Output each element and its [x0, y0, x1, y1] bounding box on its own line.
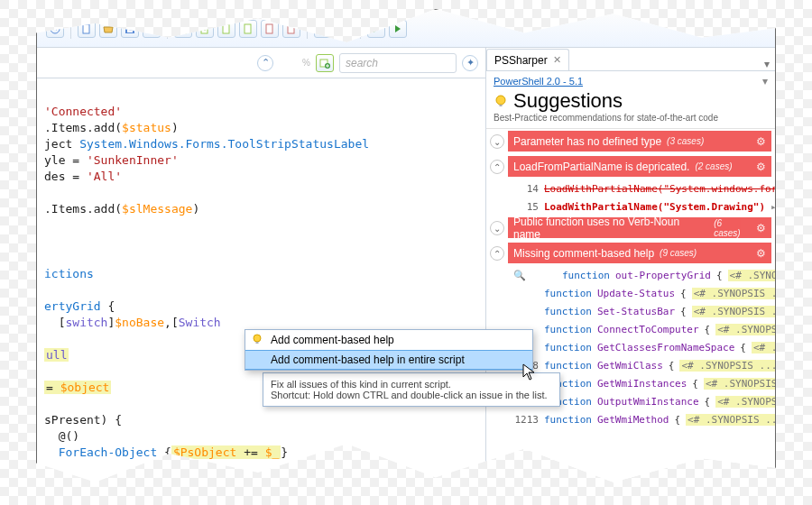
issue-funcname: GetClassesFromNameSpace: [597, 342, 734, 354]
toolbar-doc2-icon[interactable]: [196, 20, 214, 38]
lightbulb-icon: [251, 333, 263, 345]
group-header[interactable]: Missing comment-based help (9 cases) ⚙: [508, 243, 771, 264]
gear-icon[interactable]: ⚙: [756, 161, 766, 173]
svg-rect-9: [245, 24, 251, 33]
toolbar-doc8-icon[interactable]: [336, 20, 354, 38]
svg-rect-5: [146, 23, 153, 31]
group-header[interactable]: Parameter has no defined type (3 cases) …: [508, 131, 771, 152]
issue-row[interactable]: function Set-StatusBar{<# .SYNOPSIS ... …: [486, 302, 775, 320]
suggestions-title: Suggestions: [513, 89, 623, 113]
tab-label: PSSharper: [494, 54, 548, 67]
svg-point-0: [51, 24, 60, 33]
tab-pssharper[interactable]: PSSharper ✕: [486, 49, 569, 70]
svg-rect-19: [500, 105, 503, 106]
search-input[interactable]: search: [339, 53, 457, 73]
toolbar-run-icon[interactable]: [367, 20, 385, 38]
group-title: Missing comment-based help: [513, 247, 654, 260]
toolbar-recent-icon[interactable]: [46, 20, 64, 38]
chevron-down-icon[interactable]: ▾: [762, 75, 768, 87]
issue-funcname: GetWmiInstances: [597, 378, 687, 390]
pssharper-panel: PSSharper ✕ ▾ PowerShell 2.0 - 5.1 ▾ Sug…: [486, 48, 775, 486]
toolbar-play-icon[interactable]: [389, 20, 407, 38]
ps-version-link[interactable]: PowerShell 2.0 - 5.1: [494, 76, 583, 87]
panel-subhead: PowerShell 2.0 - 5.1 ▾: [486, 71, 775, 89]
toolbar-doc7-icon[interactable]: [314, 20, 332, 38]
issue-synopsis: <# .SYNOPSIS ... #>: [692, 306, 775, 317]
issue-funcname: out-PropertyGrid: [615, 270, 711, 281]
group-header[interactable]: Public function uses no Verb-Noun name (…: [508, 217, 771, 239]
close-icon[interactable]: ✕: [553, 54, 561, 66]
context-tooltip: Fix all issues of this kind in current s…: [263, 372, 560, 407]
group-title: Public function uses no Verb-Noun name: [513, 216, 708, 241]
svg-point-16: [254, 335, 261, 342]
expand-icon[interactable]: ✦: [462, 55, 478, 71]
issue-synopsis: <# .SYNOPSIS ... #>: [715, 324, 775, 335]
panel-tabbar: PSSharper ✕ ▾: [486, 48, 775, 71]
group-row: ⌃ Missing comment-based help (9 cases) ⚙: [486, 241, 775, 266]
chevron-down-icon[interactable]: ⌄: [490, 134, 504, 149]
svg-rect-7: [201, 24, 208, 33]
issue-row[interactable]: 14 LoadWithPartialName("System.windows.f…: [486, 179, 775, 197]
pin-icon[interactable]: ▾: [759, 58, 775, 70]
issue-lineno: 14: [513, 183, 539, 195]
chevron-up-icon[interactable]: ⌃: [490, 246, 504, 261]
editor-toolbar: ⌃ % search ✦: [37, 48, 485, 78]
ctx-add-help-entire[interactable]: Add comment-based help in entire script: [245, 350, 532, 370]
toolbar-open-icon[interactable]: [99, 20, 117, 38]
chevron-up-icon[interactable]: ⌃: [257, 55, 273, 71]
toolbar-save-icon[interactable]: [121, 20, 139, 38]
svg-rect-11: [288, 24, 294, 33]
issue-row[interactable]: 1213function GetWmiMethod{<# .SYNOPSIS .…: [486, 410, 775, 428]
issue-text: LoadWithPartialName("System.Drawing"): [544, 201, 765, 213]
issue-synopsis: <# .SYNOPSIS ... #>: [728, 270, 775, 281]
issue-row[interactable]: 15 LoadWithPartialName("System.Drawing")…: [486, 197, 775, 216]
gear-icon[interactable]: ⚙: [756, 135, 766, 148]
toolbar-doc4-icon[interactable]: [239, 20, 257, 38]
group-count: (9 cases): [660, 248, 697, 258]
lightbulb-icon: [494, 94, 508, 108]
issue-synopsis: <# .SYNOPSIS ... #>: [686, 414, 775, 426]
gear-icon[interactable]: ⚙: [756, 247, 766, 260]
ctx-add-help[interactable]: Add comment-based help: [245, 330, 532, 350]
issue-funcname: GetWmiClass: [597, 360, 663, 372]
gear-icon[interactable]: ⚙: [756, 222, 766, 234]
toolbar-saveall-icon[interactable]: [143, 20, 161, 38]
svg-point-18: [496, 96, 505, 105]
ctx-item-label: Add comment-based help: [271, 334, 394, 346]
issue-keyword: function: [544, 306, 592, 317]
svg-rect-6: [180, 24, 186, 33]
group-row: ⌃ LoadFromPartialName is depricated. (2 …: [486, 154, 775, 179]
issue-funcname: Set-StatusBar: [597, 306, 675, 317]
issue-keyword: function: [544, 414, 592, 426]
chevron-up-icon[interactable]: ⌃: [490, 160, 504, 174]
svg-rect-12: [319, 24, 326, 33]
issue-keyword: function: [562, 270, 610, 281]
issue-synopsis: <# .SYNOPSIS ... #>: [704, 378, 775, 390]
percent-icon: %: [302, 58, 310, 68]
toolbar-doc6-icon[interactable]: [282, 20, 300, 38]
magnifier-icon: 🔍: [513, 270, 526, 281]
toolbar-doc3-icon[interactable]: [217, 20, 235, 38]
editor-pane: ⌃ % search ✦ 'Connected' .Items.add($sta…: [37, 48, 486, 486]
svg-rect-10: [266, 24, 272, 33]
chevron-down-icon[interactable]: ⌄: [490, 221, 504, 235]
issue-funcname: Update-Status: [597, 288, 675, 299]
code-editor[interactable]: 'Connected' .Items.add($status) ject Sys…: [37, 78, 485, 486]
toolbar-doc5-icon[interactable]: [261, 20, 279, 38]
issue-funcname: GetWmiMethod: [597, 414, 669, 426]
issue-synopsis: <# .SYNOPS: [752, 342, 775, 354]
issue-synopsis: <# .SYNOPSIS ... #>: [692, 288, 775, 299]
toolbar-new-icon[interactable]: [78, 20, 96, 38]
issue-synopsis: <# .SYNOPSIS ... #: [715, 396, 775, 408]
group-header[interactable]: LoadFromPartialName is depricated. (2 ca…: [508, 156, 771, 178]
group-count: (2 cases): [695, 161, 732, 171]
issue-row[interactable]: function Update-Status{<# .SYNOPSIS ... …: [486, 284, 775, 302]
issue-keyword: function: [544, 324, 592, 335]
issue-row[interactable]: 🔍function out-PropertyGrid{<# .SYNOPSIS …: [486, 266, 775, 284]
add-snippet-icon[interactable]: [316, 54, 334, 72]
issue-synopsis: <# .SYNOPSIS ... #>: [679, 360, 775, 372]
context-menu: Add comment-based help Add comment-based…: [245, 329, 533, 371]
toolbar-doc1-icon[interactable]: [174, 20, 192, 38]
ctx-item-label: Add comment-based help in entire script: [271, 354, 465, 366]
toolbar-sep: [167, 19, 168, 39]
